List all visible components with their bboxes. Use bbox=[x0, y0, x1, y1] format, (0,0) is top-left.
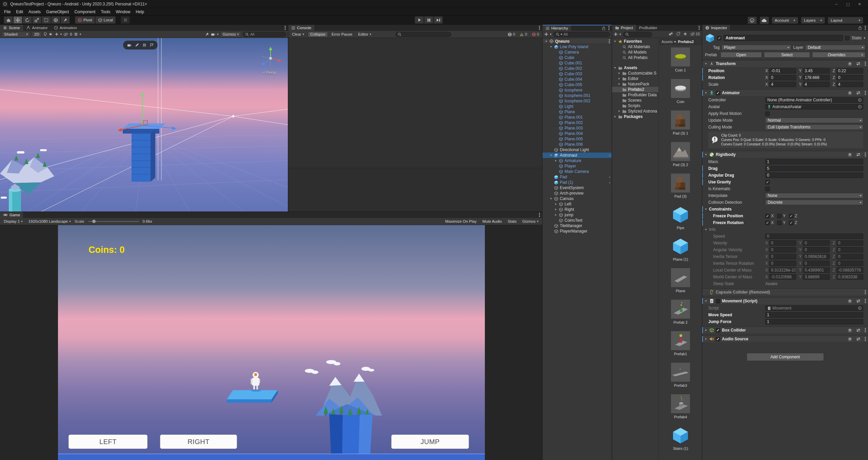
help-icon[interactable]: ? bbox=[848, 91, 852, 95]
rigidbody-header[interactable]: Rigidbody? bbox=[702, 151, 868, 158]
stats-toggle[interactable]: Stats bbox=[506, 219, 518, 224]
rotation-y-field[interactable]: 178.666 bbox=[803, 75, 830, 80]
layout-dropdown[interactable]: Layout▾ bbox=[828, 17, 863, 24]
overlay-camera-icon[interactable] bbox=[127, 43, 132, 47]
menu-tools[interactable]: Tools bbox=[98, 8, 113, 16]
audio-source-enabled-checkbox[interactable]: ✓ bbox=[716, 337, 720, 341]
hierarchy-item-cube-003[interactable]: Cube.003 bbox=[542, 71, 612, 77]
asset-item-stairs-1[interactable]: Stairs (1) bbox=[659, 423, 702, 455]
create-object-button[interactable] bbox=[544, 32, 548, 36]
tab-animator[interactable]: Animator bbox=[23, 25, 51, 31]
menu-gameobject[interactable]: GameObject bbox=[43, 8, 72, 16]
object-picker-icon[interactable] bbox=[858, 105, 862, 109]
inertia-tensor-z-field[interactable]: 0 bbox=[836, 254, 863, 259]
asset-item-pad-3[interactable]: Pad (3) bbox=[659, 171, 702, 202]
freeze-position-x-checkbox[interactable]: ✓ bbox=[765, 214, 770, 218]
menu-edit[interactable]: Edit bbox=[13, 8, 26, 16]
velocity-y-field[interactable]: 0 bbox=[803, 240, 830, 246]
angular-drag-field[interactable]: 0 bbox=[765, 173, 863, 178]
scene-audio-icon[interactable] bbox=[49, 32, 53, 36]
draw-mode-dropdown[interactable]: Shaded▾ bbox=[2, 32, 30, 37]
hierarchy-item-pad-1[interactable]: Pad (1)› bbox=[542, 180, 612, 185]
fold-arrow[interactable] bbox=[613, 40, 617, 43]
hierarchy-item-armature[interactable]: Armature bbox=[542, 158, 612, 163]
hierarchy-item-plane-003[interactable]: Plane.003 bbox=[542, 125, 612, 131]
presets-icon[interactable] bbox=[856, 91, 861, 95]
position-z-field[interactable]: 0.22 bbox=[836, 68, 863, 74]
fold-arrow[interactable] bbox=[617, 82, 622, 86]
fold-arrow[interactable] bbox=[704, 62, 708, 65]
project-folder-scripts[interactable]: Scripts bbox=[612, 103, 658, 108]
asset-item-coin[interactable]: Coin bbox=[659, 76, 702, 108]
script-object-field[interactable]: # Movement bbox=[765, 305, 863, 311]
asset-item-pipe[interactable]: Pipe bbox=[659, 202, 702, 234]
hierarchy-item-jump[interactable]: jump bbox=[542, 212, 612, 218]
is-kinematic-checkbox[interactable] bbox=[765, 187, 770, 191]
fold-arrow[interactable] bbox=[617, 109, 622, 113]
scene-grid-icon[interactable] bbox=[74, 32, 78, 36]
help-icon[interactable]: ? bbox=[848, 299, 852, 303]
fold-arrow[interactable] bbox=[549, 197, 553, 200]
project-folder-assets[interactable]: Assets bbox=[612, 65, 658, 71]
use-gravity-checkbox[interactable]: ✓ bbox=[765, 180, 770, 184]
kebab-icon[interactable] bbox=[539, 213, 540, 217]
console-collapse-toggle[interactable]: Collapse bbox=[308, 32, 328, 37]
hidden-packages-count[interactable]: 15 bbox=[690, 32, 700, 36]
console-clear-button[interactable]: Clear▾ bbox=[290, 32, 306, 37]
hierarchy-item-plane-005[interactable]: Plane.005 bbox=[542, 136, 612, 142]
project-folder-editor[interactable]: Editor bbox=[612, 76, 658, 81]
create-asset-button[interactable] bbox=[614, 32, 618, 36]
mass-field[interactable]: 1 bbox=[765, 159, 863, 164]
kebab-icon[interactable] bbox=[865, 91, 866, 95]
angular-velocity-y-field[interactable]: 0 bbox=[803, 247, 830, 253]
hierarchy-item-plane[interactable]: Plane bbox=[542, 109, 612, 115]
animator-header[interactable]: ✓Animator? bbox=[702, 89, 868, 97]
kebab-icon[interactable] bbox=[698, 25, 700, 30]
transform-header[interactable]: Transform? bbox=[702, 60, 868, 67]
world-center-of-mass-y-field[interactable]: 3.88899 bbox=[803, 274, 830, 280]
kebab-icon[interactable] bbox=[865, 337, 866, 341]
kebab-icon[interactable] bbox=[284, 25, 286, 30]
prefab-select-button[interactable]: Select bbox=[764, 52, 810, 58]
menu-assets[interactable]: Assets bbox=[26, 8, 43, 16]
angular-velocity-x-field[interactable]: 0 bbox=[769, 247, 796, 253]
animator-enabled-checkbox[interactable]: ✓ bbox=[716, 91, 720, 95]
tab-scene[interactable]: Scene bbox=[0, 25, 23, 31]
sc-ale-x-field[interactable]: 4 bbox=[769, 82, 796, 87]
help-icon[interactable]: ? bbox=[848, 62, 852, 66]
mute-audio-toggle[interactable]: Mute Audio bbox=[480, 219, 504, 224]
overlay-flag-icon[interactable] bbox=[150, 43, 154, 47]
breadcrumb-current[interactable]: Prefabs2 bbox=[678, 40, 694, 44]
help-icon[interactable]: ? bbox=[848, 337, 852, 341]
hierarchy-item-plane-002[interactable]: Plane.002 bbox=[542, 120, 612, 125]
asset-item-prefab-2[interactable]: Prefab 2 bbox=[659, 297, 702, 328]
display-dropdown[interactable]: Display 1▾ bbox=[2, 219, 25, 224]
interpolate-dropdown[interactable]: None bbox=[765, 193, 863, 198]
local-center-of-mass-y-field[interactable]: 0.4389901 bbox=[803, 267, 830, 273]
gameobject-name-field[interactable]: Astronaut bbox=[724, 35, 843, 41]
hierarchy-item-cube-004[interactable]: Cube.004 bbox=[542, 77, 612, 82]
fold-arrow[interactable] bbox=[549, 154, 553, 157]
tab-inspector[interactable]: Inspector bbox=[702, 25, 730, 31]
hierarchy-item-plane-004[interactable]: Plane.004 bbox=[542, 131, 612, 136]
inertia-tensor-x-field[interactable]: 0 bbox=[769, 254, 796, 259]
hierarchy-item-icosphere-001[interactable]: Icosphere.001 bbox=[542, 93, 612, 98]
tab-game[interactable]: Game bbox=[0, 212, 23, 218]
movement-header[interactable]: #Movement (Script)? bbox=[702, 297, 868, 305]
position-y-field[interactable]: 3.45 bbox=[803, 68, 830, 74]
play-button[interactable] bbox=[415, 16, 424, 24]
gizmos-dropdown[interactable]: Gizmos▾ bbox=[220, 32, 241, 37]
hierarchy-search-input[interactable]: ▾ All bbox=[553, 32, 610, 37]
freeze-rotation-y-checkbox[interactable] bbox=[777, 221, 782, 225]
tab-animation[interactable]: Animation bbox=[51, 25, 80, 31]
project-search-input[interactable] bbox=[623, 32, 652, 37]
hierarchy-item-cube-001[interactable]: Cube.001 bbox=[542, 60, 612, 66]
breadcrumb-root[interactable]: Assets bbox=[662, 40, 673, 44]
presets-icon[interactable] bbox=[856, 299, 861, 303]
transform-tool-button[interactable] bbox=[51, 16, 60, 24]
rect-tool-button[interactable] bbox=[42, 16, 51, 24]
kebab-icon[interactable] bbox=[609, 39, 610, 44]
tab-probuilder[interactable]: ProBuilder bbox=[636, 25, 660, 31]
update-mode-dropdown[interactable]: Normal bbox=[765, 118, 863, 123]
scene-camera-icon[interactable] bbox=[211, 33, 215, 36]
